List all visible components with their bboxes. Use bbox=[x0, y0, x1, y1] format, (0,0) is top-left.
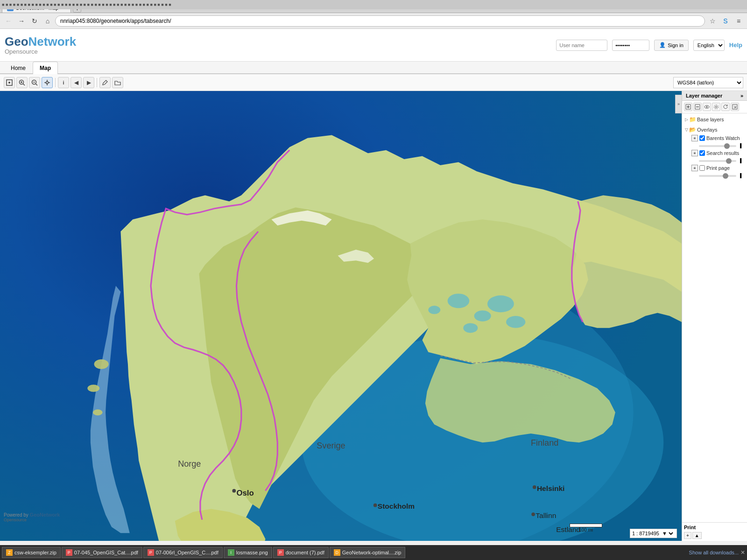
lm-remove-button[interactable] bbox=[693, 103, 702, 111]
language-select[interactable]: English bbox=[693, 40, 725, 51]
svg-point-15 bbox=[487, 295, 514, 312]
bookmark-icon[interactable]: ☆ bbox=[707, 15, 718, 27]
svg-line-8 bbox=[35, 84, 37, 85]
map-ratio: 1 : 8719495 ▼ bbox=[630, 529, 677, 538]
print-page-checkbox[interactable] bbox=[699, 165, 705, 171]
next-extent-button[interactable]: ▶ bbox=[83, 77, 94, 88]
svg-point-34 bbox=[706, 106, 708, 108]
toolbar-separator-1 bbox=[55, 78, 56, 87]
svg-line-5 bbox=[23, 84, 25, 85]
prev-extent-button[interactable]: ◀ bbox=[70, 77, 82, 88]
forward-button[interactable]: → bbox=[16, 15, 27, 27]
print-page-label: Print page bbox=[706, 165, 730, 171]
zoom-extent-button[interactable] bbox=[4, 77, 15, 88]
browser-tab-bar: ■ ■ ■ ■ ■ ■ ■ ■ ■ ■ ■ ■ ■ ■ ■ ■ ■ ■ ■ ■ … bbox=[0, 0, 747, 13]
search-results-opacity-slider[interactable] bbox=[699, 160, 736, 162]
svg-point-24 bbox=[533, 485, 536, 489]
taskbar-item-pdf1[interactable]: P 07-045_OpenGIS_Cat....pdf bbox=[62, 547, 142, 558]
geonetwork-link: GeoNetwork bbox=[30, 512, 60, 518]
logo-title: GeoNetwork bbox=[5, 35, 76, 49]
bookmark-bar: ■ ■ ■ ■ ■ ■ ■ ■ ■ ■ ■ ■ ■ ■ ■ ■ ■ ■ ■ ■ … bbox=[0, 0, 747, 9]
print-page-layer-item: ≡ Print page ▐ bbox=[684, 164, 745, 179]
scale-bar-visual bbox=[570, 524, 602, 527]
taskbar: Z csw-eksempler.zip P 07-045_OpenGIS_Cat… bbox=[0, 545, 747, 560]
zoom-out-button[interactable] bbox=[29, 77, 40, 88]
taskbar-label-pdf2: 07-006rl_OpenGIS_C....pdf bbox=[156, 550, 218, 555]
search-slider-handle: ▐ bbox=[739, 158, 741, 163]
draw-button[interactable] bbox=[99, 77, 111, 88]
barents-watch-layer-icon[interactable]: ≡ bbox=[691, 135, 698, 141]
taskbar-icon-zip2: D bbox=[334, 549, 340, 556]
print-page-opacity-slider[interactable] bbox=[699, 175, 736, 177]
taskbar-item-pdf3[interactable]: P document (7).pdf bbox=[273, 547, 329, 558]
base-layers-header[interactable]: ▷ 📁 Base layers bbox=[684, 115, 745, 124]
taskbar-label-zip1: csw-eksempler.zip bbox=[14, 550, 56, 555]
password-input[interactable] bbox=[612, 40, 649, 51]
panel-collapse-button[interactable]: » bbox=[675, 95, 682, 113]
lm-refresh-button[interactable] bbox=[721, 103, 730, 111]
tab-map[interactable]: Map bbox=[33, 62, 58, 74]
svg-point-19 bbox=[94, 359, 109, 369]
folder-button[interactable] bbox=[112, 77, 123, 88]
show-all-downloads[interactable]: Show all downloads... bbox=[689, 550, 739, 555]
tab-home[interactable]: Home bbox=[4, 62, 33, 74]
browser-right-icons: ☆ S ≡ bbox=[707, 15, 744, 27]
collapse-icon[interactable]: » bbox=[740, 93, 743, 98]
home-button[interactable]: ⌂ bbox=[42, 15, 53, 27]
zoom-in-icon bbox=[19, 79, 25, 86]
zoom-out-icon bbox=[31, 79, 38, 86]
menu-icon[interactable]: ≡ bbox=[733, 15, 744, 27]
reload-button[interactable]: ↻ bbox=[29, 15, 40, 27]
svg-point-21 bbox=[93, 409, 103, 415]
print-up-button[interactable]: ▲ bbox=[692, 532, 702, 539]
overlays-header[interactable]: ▽ 📂 Overlays bbox=[684, 126, 745, 134]
sign-in-button[interactable]: 👤 Sign in bbox=[654, 40, 689, 51]
taskbar-item-pdf2[interactable]: P 07-006rl_OpenGIS_C....pdf bbox=[143, 547, 223, 558]
zoom-in-button[interactable] bbox=[16, 77, 28, 88]
barents-watch-layer-item: ≡ Barents Watch ▐ bbox=[684, 134, 745, 149]
svg-point-13 bbox=[448, 294, 470, 308]
layer-manager-header: Layer manager » bbox=[682, 91, 747, 101]
toolbar-separator-2 bbox=[97, 78, 97, 87]
overlays-label: Overlays bbox=[697, 127, 717, 133]
username-input[interactable] bbox=[556, 40, 607, 51]
taskbar-item-zip2[interactable]: D GeoNetwork-optimal....zip bbox=[330, 547, 406, 558]
back-button[interactable]: ← bbox=[3, 15, 14, 27]
norge-label: Norge bbox=[178, 459, 201, 469]
user-icon: 👤 bbox=[659, 42, 666, 48]
main-content: Oslo Stockholm Helsinki Tallinn Estland … bbox=[0, 91, 747, 541]
header-right: 👤 Sign in English Help bbox=[556, 40, 742, 51]
tree-expand-icon-base: ▷ bbox=[685, 117, 688, 122]
oslo-label: Oslo bbox=[236, 489, 254, 497]
info-button[interactable]: i bbox=[58, 77, 69, 88]
taskbar-item-png[interactable]: I losmasse.png bbox=[224, 547, 272, 558]
svg-point-18 bbox=[428, 306, 440, 314]
skype-icon[interactable]: S bbox=[720, 15, 731, 27]
barents-watch-label: Barents Watch bbox=[706, 135, 740, 141]
print-expand-button[interactable]: + bbox=[684, 532, 691, 539]
sign-in-label: Sign in bbox=[668, 42, 684, 48]
search-results-checkbox[interactable] bbox=[699, 150, 705, 156]
barents-watch-opacity-slider[interactable] bbox=[699, 145, 736, 147]
print-arrows: + ▲ bbox=[684, 532, 745, 539]
lm-export-button[interactable] bbox=[731, 103, 739, 111]
taskbar-close-button[interactable]: ✕ bbox=[740, 549, 745, 556]
help-link[interactable]: Help bbox=[729, 42, 742, 49]
pan-tool-button[interactable] bbox=[42, 77, 53, 88]
taskbar-right: Show all downloads... ✕ bbox=[689, 549, 745, 556]
lm-eye-button[interactable] bbox=[703, 103, 711, 111]
barents-watch-checkbox[interactable] bbox=[699, 135, 705, 141]
ratio-select[interactable]: ▼ bbox=[660, 530, 675, 537]
print-page-layer-icon[interactable]: ≡ bbox=[691, 165, 698, 171]
zoom-extent-icon bbox=[6, 79, 13, 86]
svg-point-22 bbox=[232, 489, 236, 493]
lm-add-button[interactable] bbox=[684, 103, 692, 111]
map-area[interactable]: Oslo Stockholm Helsinki Tallinn Estland … bbox=[0, 91, 682, 541]
taskbar-item-zip1[interactable]: Z csw-eksempler.zip bbox=[2, 547, 61, 558]
browser-toolbar: ← → ↻ ⌂ ☆ S ≡ bbox=[0, 13, 747, 29]
search-results-layer-icon[interactable]: ≡ bbox=[691, 150, 698, 156]
draw-icon bbox=[102, 79, 108, 86]
projection-select[interactable]: WGS84 (lat/lon) bbox=[673, 77, 743, 88]
lm-settings-button[interactable] bbox=[712, 103, 720, 111]
address-bar[interactable] bbox=[55, 15, 705, 27]
